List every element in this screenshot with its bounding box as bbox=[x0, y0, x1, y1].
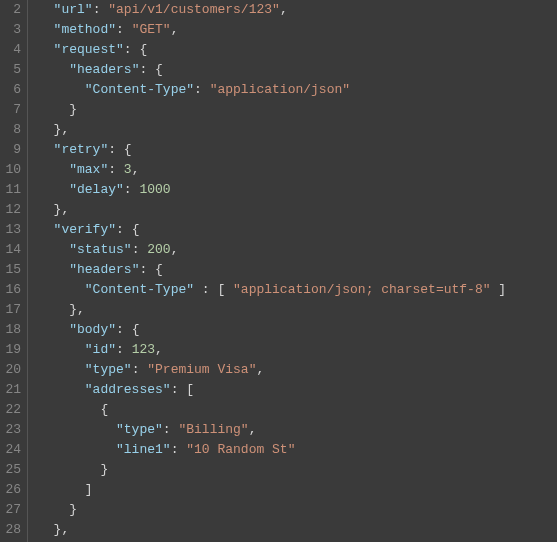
code-line[interactable]: }, bbox=[38, 300, 557, 320]
line-number: 10 bbox=[0, 160, 21, 180]
json-punct: : bbox=[108, 162, 124, 177]
code-line[interactable]: "delay": 1000 bbox=[38, 180, 557, 200]
json-punct: : bbox=[93, 2, 109, 17]
json-punct bbox=[38, 142, 54, 157]
code-line[interactable]: }, bbox=[38, 520, 557, 540]
code-line[interactable]: }, bbox=[38, 120, 557, 140]
json-punct: : bbox=[124, 182, 140, 197]
code-line[interactable]: ] bbox=[38, 480, 557, 500]
line-number: 21 bbox=[0, 380, 21, 400]
line-number: 27 bbox=[0, 500, 21, 520]
json-punct: : bbox=[132, 362, 148, 377]
json-punct bbox=[38, 62, 69, 77]
line-number: 13 bbox=[0, 220, 21, 240]
json-punct bbox=[38, 42, 54, 57]
json-punct bbox=[38, 82, 85, 97]
json-punct: } bbox=[38, 102, 77, 117]
json-punct: : { bbox=[108, 142, 131, 157]
json-punct: : { bbox=[124, 42, 147, 57]
line-number: 2 bbox=[0, 0, 21, 20]
json-key: "verify" bbox=[54, 222, 116, 237]
code-line[interactable]: } bbox=[38, 460, 557, 480]
line-number: 23 bbox=[0, 420, 21, 440]
code-line[interactable]: "type": "Billing", bbox=[38, 420, 557, 440]
json-punct: } bbox=[38, 462, 108, 477]
code-line[interactable]: } bbox=[38, 100, 557, 120]
json-string: "Premium Visa" bbox=[147, 362, 256, 377]
line-number: 9 bbox=[0, 140, 21, 160]
code-line[interactable]: "type": "Premium Visa", bbox=[38, 360, 557, 380]
json-key: "headers" bbox=[69, 262, 139, 277]
json-number: 123 bbox=[132, 342, 155, 357]
json-punct: ] bbox=[38, 482, 93, 497]
json-punct: }, bbox=[38, 302, 85, 317]
json-punct: ] bbox=[491, 282, 507, 297]
json-punct bbox=[38, 282, 85, 297]
json-punct: : bbox=[194, 82, 210, 97]
json-key: "request" bbox=[54, 42, 124, 57]
code-line[interactable]: } bbox=[38, 500, 557, 520]
json-punct: : { bbox=[116, 322, 139, 337]
json-punct: : { bbox=[139, 262, 162, 277]
line-number: 17 bbox=[0, 300, 21, 320]
line-number: 19 bbox=[0, 340, 21, 360]
code-line[interactable]: }, bbox=[38, 200, 557, 220]
json-punct: : { bbox=[116, 222, 139, 237]
json-key: "type" bbox=[85, 362, 132, 377]
line-number: 25 bbox=[0, 460, 21, 480]
json-key: "max" bbox=[69, 162, 108, 177]
json-string: "application/json" bbox=[210, 82, 350, 97]
json-punct bbox=[38, 2, 54, 17]
json-key: "method" bbox=[54, 22, 116, 37]
code-line[interactable]: "verify": { bbox=[38, 220, 557, 240]
code-line[interactable]: "Content-Type" : [ "application/json; ch… bbox=[38, 280, 557, 300]
code-line[interactable]: "addresses": [ bbox=[38, 380, 557, 400]
json-punct bbox=[38, 382, 85, 397]
line-number: 26 bbox=[0, 480, 21, 500]
json-punct: , bbox=[171, 242, 179, 257]
code-line[interactable]: "retry": { bbox=[38, 140, 557, 160]
code-line[interactable]: "max": 3, bbox=[38, 160, 557, 180]
json-punct: }, bbox=[38, 122, 69, 137]
json-number: 200 bbox=[147, 242, 170, 257]
json-key: "id" bbox=[85, 342, 116, 357]
line-number: 4 bbox=[0, 40, 21, 60]
json-string: "api/v1/customers/123" bbox=[108, 2, 280, 17]
code-line[interactable]: "headers": { bbox=[38, 60, 557, 80]
json-key: "type" bbox=[116, 422, 163, 437]
code-line[interactable]: "id": 123, bbox=[38, 340, 557, 360]
code-editor[interactable]: 2345678910111213141516171819202122232425… bbox=[0, 0, 557, 542]
code-line[interactable]: "request": { bbox=[38, 40, 557, 60]
json-punct: : [ bbox=[171, 382, 194, 397]
json-punct bbox=[38, 442, 116, 457]
json-punct: } bbox=[38, 502, 77, 517]
line-number: 24 bbox=[0, 440, 21, 460]
code-line[interactable]: "status": 200, bbox=[38, 240, 557, 260]
json-key: "url" bbox=[54, 2, 93, 17]
code-line[interactable]: { bbox=[38, 400, 557, 420]
line-number: 28 bbox=[0, 520, 21, 540]
json-punct bbox=[38, 342, 85, 357]
code-area[interactable]: "url": "api/v1/customers/123", "method":… bbox=[28, 0, 557, 542]
line-number: 8 bbox=[0, 120, 21, 140]
json-punct: , bbox=[280, 2, 288, 17]
line-number: 14 bbox=[0, 240, 21, 260]
json-string: "Billing" bbox=[178, 422, 248, 437]
json-key: "headers" bbox=[69, 62, 139, 77]
line-number: 7 bbox=[0, 100, 21, 120]
code-line[interactable]: "headers": { bbox=[38, 260, 557, 280]
code-line[interactable]: "method": "GET", bbox=[38, 20, 557, 40]
line-number: 11 bbox=[0, 180, 21, 200]
json-punct: : [ bbox=[194, 282, 233, 297]
code-line[interactable]: "Content-Type": "application/json" bbox=[38, 80, 557, 100]
json-punct: : { bbox=[139, 62, 162, 77]
json-punct bbox=[38, 422, 116, 437]
code-line[interactable]: "body": { bbox=[38, 320, 557, 340]
json-punct: : bbox=[116, 342, 132, 357]
json-key: "addresses" bbox=[85, 382, 171, 397]
json-string: "10 Random St" bbox=[186, 442, 295, 457]
code-line[interactable]: "line1": "10 Random St" bbox=[38, 440, 557, 460]
code-line[interactable]: "url": "api/v1/customers/123", bbox=[38, 0, 557, 20]
json-key: "status" bbox=[69, 242, 131, 257]
json-punct: }, bbox=[38, 202, 69, 217]
